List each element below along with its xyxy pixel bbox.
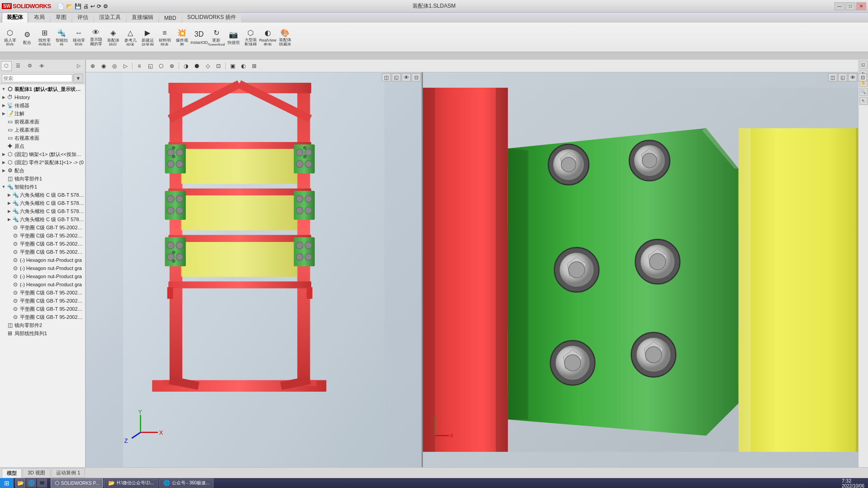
taskbar-folder-app[interactable]: 📂 H:\微信公众号\1\...: [104, 479, 158, 488]
new-file-btn[interactable]: 📄: [57, 3, 64, 9]
tree-item-bolt3[interactable]: ▶🔩六角头螺栓 C 级 GB-T 5780-2: [0, 207, 85, 215]
tree-item-pattern1[interactable]: ⊞局部线性阵列1: [0, 329, 85, 337]
ribbon-tab-装配体[interactable]: 装配体: [2, 12, 28, 23]
tree-item-washer8[interactable]: ⊙平垫圈 C级 GB-T 95-2002<8>: [0, 313, 85, 321]
sec-tool-2[interactable]: ◎: [109, 61, 119, 71]
view-orient-btn[interactable]: ◫: [382, 73, 391, 81]
ribbon-btn-1[interactable]: ⚙配合: [19, 28, 35, 46]
tree-arrow-fit[interactable]: ▶: [1, 168, 6, 173]
taskbar-solidworks-app[interactable]: ⬡ SOLIDWORKS P...: [51, 479, 103, 488]
right-view-hide-btn[interactable]: 👁: [848, 73, 857, 81]
ribbon-tab-布局[interactable]: 布局: [29, 12, 50, 23]
tree-item-washer1[interactable]: ⊙平垫圈 C级 GB-T 95-2002<17>: [0, 223, 85, 232]
tree-arrow-bolt2[interactable]: ▶: [6, 200, 12, 206]
tree-item-hexnut4[interactable]: ⊙(-) Hexagon nut-Product gra: [0, 280, 85, 289]
sec-tool-9[interactable]: ⬢: [192, 61, 202, 71]
ribbon-btn-3[interactable]: 🔩智能扣件: [53, 28, 70, 46]
tree-arrow-part2[interactable]: ▶: [1, 160, 6, 165]
tree-item-fit[interactable]: ▶⚙配合: [0, 166, 85, 175]
3d-view-tab[interactable]: 3D 视图: [23, 468, 50, 478]
sec-tool-6[interactable]: ⬡: [156, 61, 166, 71]
sec-tool-8[interactable]: ◑: [181, 61, 191, 71]
model-tab[interactable]: 模型: [2, 469, 22, 478]
ribbon-tab-MBD[interactable]: MBD: [159, 13, 181, 23]
undo-btn[interactable]: ↩: [90, 3, 95, 9]
start-button[interactable]: ⊞: [0, 478, 14, 488]
ribbon-tab-评估[interactable]: 评估: [72, 12, 93, 23]
taskbar-icon-browser[interactable]: 🌐: [26, 479, 36, 488]
sec-tool-10[interactable]: ◇: [203, 61, 213, 71]
tree-item-sensors[interactable]: ▶📡传感器: [0, 101, 85, 109]
minimize-btn[interactable]: —: [835, 2, 844, 10]
search-input[interactable]: [2, 74, 72, 82]
rp-select-btn[interactable]: ↖: [859, 97, 868, 105]
right-viewport[interactable]: ◫ ◱ 👁 ⊡: [423, 72, 868, 467]
tree-item-washer2[interactable]: ⊙平垫圈 C级 GB-T 95-2002<18>: [0, 232, 85, 240]
right-view-section-btn[interactable]: ⊡: [858, 73, 867, 81]
ribbon-tab-SOLIDWORKS_插件[interactable]: SOLIDWORKS 插件: [182, 12, 242, 23]
ribbon-btn-13[interactable]: 📷快捷照: [225, 28, 242, 46]
rp-zoom-btn[interactable]: 🔍: [859, 88, 868, 96]
tree-item-washer6[interactable]: ⊙平垫圈 C级 GB-T 95-2002<6>: [0, 297, 85, 305]
ribbon-tab-直接编辑[interactable]: 直接编辑: [127, 12, 158, 23]
tree-arrow-part1[interactable]: ▶: [1, 152, 6, 157]
tree-item-top_plane[interactable]: ▭上视基准面: [0, 126, 85, 134]
ribbon-btn-8[interactable]: ▶新建运动算例: [139, 28, 156, 46]
view-display-btn[interactable]: ◱: [392, 73, 401, 81]
tree-arrow-bolt4[interactable]: ▶: [6, 217, 12, 222]
tree-item-right_plane[interactable]: ▭右视基准面: [0, 134, 85, 142]
sec-tool-12[interactable]: ▣: [228, 61, 237, 71]
ribbon-tab-渲染工具[interactable]: 渲染工具: [94, 12, 126, 23]
tree-arrow-bolt1[interactable]: ▶: [6, 192, 12, 198]
config-manager-tab[interactable]: ⚙: [24, 61, 35, 71]
left-viewport[interactable]: ◫ ◱ 👁 ⊡: [86, 72, 423, 467]
ribbon-btn-4[interactable]: ↔移动零部件: [71, 28, 87, 46]
display-manager-tab[interactable]: 👁: [36, 61, 47, 71]
tree-item-bolt2[interactable]: ▶🔩六角头螺栓 C 级 GB-T 5780-2: [0, 199, 85, 207]
save-btn[interactable]: 💾: [75, 3, 81, 9]
sec-tool-11[interactable]: ⊡: [213, 61, 223, 71]
tree-item-origin[interactable]: ✚原点: [0, 142, 85, 150]
taskbar-browser-app[interactable]: 🌐 公众号 - 360极速...: [159, 479, 214, 488]
tree-item-hexnut2[interactable]: ⊙(-) Hexagon nut-Product gra: [0, 264, 85, 272]
right-view-orient-btn[interactable]: ◫: [828, 73, 837, 81]
taskbar-icon-email[interactable]: ✉: [37, 479, 47, 488]
tree-item-hexnut3[interactable]: ⊙(-) Hexagon nut-Product gra: [0, 272, 85, 280]
ribbon-btn-5[interactable]: 👁显示隐藏的零部件: [88, 28, 104, 46]
rp-view-btn[interactable]: ◱: [859, 61, 868, 69]
ribbon-btn-6[interactable]: ◈装配体特征: [105, 28, 121, 46]
tree-item-washer5[interactable]: ⊙平垫圈 C级 GB-T 95-2002<5>: [0, 289, 85, 297]
ribbon-btn-0[interactable]: ⬡插入零部件: [2, 28, 18, 46]
open-file-btn[interactable]: 📂: [66, 3, 73, 9]
tree-item-part1[interactable]: ▶⬡(固定) 钢架<1> (默认<<按加工> <<: [0, 150, 85, 158]
tree-arrow-notes[interactable]: ▶: [1, 111, 6, 116]
filter-btn[interactable]: ▼: [73, 74, 83, 83]
print-btn[interactable]: 🖨: [83, 3, 89, 9]
motion-tab[interactable]: 运动算例 1: [51, 468, 85, 478]
tree-item-mirror2[interactable]: ◫镜向零部件2: [0, 321, 85, 329]
tree-arrow-history[interactable]: ▶: [1, 95, 6, 100]
options-btn[interactable]: ⚙: [103, 3, 108, 9]
tree-arrow-bolt3[interactable]: ▶: [6, 208, 12, 214]
sec-tool-3[interactable]: ▷: [120, 61, 130, 71]
tree-arrow-smartfastener1[interactable]: ▼: [1, 184, 6, 190]
sec-tool-5[interactable]: ◱: [145, 61, 155, 71]
sec-tool-7[interactable]: ⊛: [167, 61, 177, 71]
expand-panel-btn[interactable]: ▷: [73, 61, 84, 71]
tree-item-smartfastener1[interactable]: ▼🔩智能扣件1: [0, 183, 85, 191]
taskbar-icon-file[interactable]: 📂: [15, 479, 25, 488]
ribbon-btn-16[interactable]: 🎨装配体隐藏改变颜色: [277, 28, 293, 46]
tree-root[interactable]: ▼ ⬡ 装配体1 (默认<默认_显示状态-1>): [0, 85, 85, 93]
tree-item-front_plane[interactable]: ▭前视基准面: [0, 118, 85, 126]
ribbon-btn-2[interactable]: ⊞线性零件阵列: [36, 28, 52, 46]
tree-item-notes[interactable]: ▶📝注解: [0, 109, 85, 118]
feature-manager-tab[interactable]: ⬡: [1, 61, 12, 71]
tree-item-washer4[interactable]: ⊙平垫圈 C级 GB-T 95-2002<20>: [0, 248, 85, 256]
tree-item-washer3[interactable]: ⊙平垫圈 C级 GB-T 95-2002<19>: [0, 240, 85, 248]
ribbon-btn-9[interactable]: ≡材料明细表: [157, 28, 173, 46]
maximize-btn[interactable]: □: [845, 2, 855, 10]
tree-item-washer7[interactable]: ⊙平垫圈 C级 GB-T 95-2002<7>: [0, 305, 85, 313]
sec-tool-4[interactable]: ≡: [134, 61, 144, 71]
rebuild-btn[interactable]: ⟳: [97, 3, 101, 9]
tree-arrow-sensors[interactable]: ▶: [1, 103, 6, 108]
